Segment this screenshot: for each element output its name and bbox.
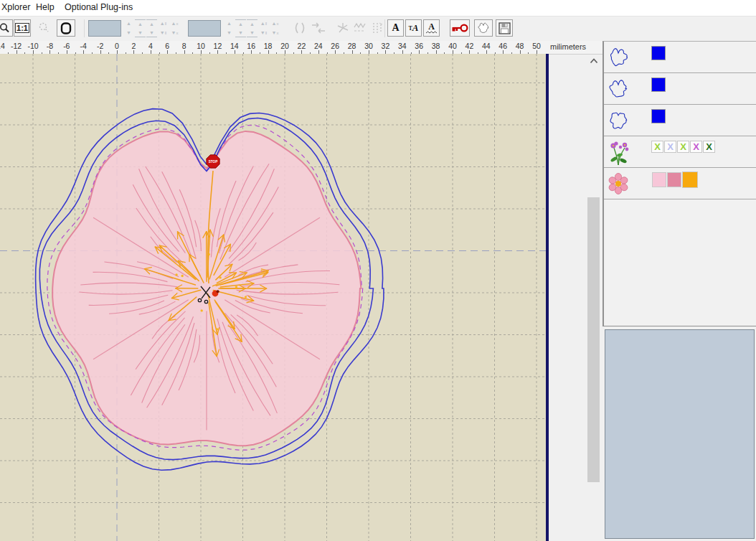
- merge-arrows-button-disabled[interactable]: [310, 19, 327, 37]
- move-down-arrow-icon[interactable]: ▼: [135, 29, 146, 37]
- skipped-color-swatch[interactable]: X: [690, 141, 702, 153]
- thread-color-swatch[interactable]: [651, 109, 666, 123]
- object-row-outline-2[interactable]: [604, 73, 756, 105]
- ruler-number: 2: [131, 42, 136, 50]
- ruler-number: 48: [516, 42, 524, 50]
- burst-tool-button-disabled[interactable]: [334, 19, 351, 37]
- zoom-1to1-button[interactable]: 1:1: [14, 19, 31, 37]
- stop-label: STOP: [209, 160, 217, 164]
- wave-underline-icon: [426, 31, 437, 34]
- text-envelope-button[interactable]: A: [423, 19, 440, 37]
- zigzag-tool-button-disabled[interactable]: [351, 19, 369, 37]
- preview-pane: [605, 329, 755, 539]
- move-up-arrow-icon[interactable]: ▲x: [270, 19, 280, 28]
- ruler-number: 44: [482, 42, 491, 50]
- ruler-number: 14: [230, 42, 239, 50]
- skipped-color-swatch[interactable]: X: [703, 141, 715, 153]
- text-transform-button[interactable]: TA: [405, 19, 422, 37]
- ruler-unit-label: milimeters: [550, 42, 586, 51]
- move-up-arrow-icon[interactable]: ▲‖: [158, 19, 169, 28]
- density-tool-button-disabled[interactable]: [369, 19, 386, 37]
- outline-thumbnail-icon: [608, 44, 629, 70]
- dotted-columns-icon: [370, 22, 384, 34]
- ruler-number: 50: [532, 42, 541, 50]
- save-button[interactable]: [496, 19, 513, 37]
- bouquet-thumbnail-icon: [608, 139, 630, 168]
- move-down-arrow-icon[interactable]: ▼: [224, 29, 235, 37]
- ruler-number: -4: [80, 42, 87, 50]
- ruler-number: 0: [115, 42, 119, 50]
- move-up-arrow-icon[interactable]: ▲: [123, 19, 134, 28]
- zoom-button[interactable]: [0, 19, 13, 37]
- join-curves-button-disabled[interactable]: [291, 19, 308, 37]
- move-up-arrow-icon[interactable]: ▲: [224, 19, 235, 28]
- ruler-number: 32: [382, 42, 390, 50]
- menu-optional-plugins[interactable]: Optional Plug-ins: [65, 2, 133, 12]
- move-down-arrow-icon[interactable]: ▼x: [270, 29, 280, 37]
- shape-outline-button[interactable]: [474, 19, 493, 37]
- ruler-number: -10: [27, 42, 38, 50]
- move-down-arrow-icon[interactable]: ▼: [235, 29, 246, 37]
- application-window: Xplorer Help Optional Plug-ins 1:1: [0, 0, 756, 541]
- menu-help[interactable]: Help: [36, 2, 55, 12]
- hoop-button[interactable]: [57, 19, 75, 37]
- object-row-bouquet[interactable]: X X X X X: [604, 136, 756, 168]
- order-arrows-group-1: ▲▼▲▼▲▼▲‖▼‖▲x▼x: [123, 19, 181, 38]
- ruler-number: -6: [63, 42, 70, 50]
- text-tool-button[interactable]: A: [387, 19, 404, 37]
- thread-color-swatch[interactable]: [651, 46, 666, 60]
- ruler-number: 20: [280, 42, 289, 50]
- outline-thumbnail-icon: [608, 108, 629, 133]
- ruler-number: 16: [247, 42, 255, 50]
- ruler-number: 6: [165, 42, 169, 50]
- design-canvas[interactable]: STOP: [0, 54, 546, 541]
- skipped-color-swatch[interactable]: X: [651, 141, 663, 153]
- object-row-flower[interactable]: [604, 168, 756, 199]
- menu-xplorer[interactable]: Xplorer: [1, 2, 30, 12]
- scroll-up-button[interactable]: [587, 55, 600, 67]
- object-row-outline-3[interactable]: [604, 105, 756, 136]
- zigzag-icon: [353, 22, 367, 34]
- letter-a-icon: A: [392, 22, 399, 34]
- thread-color-swatch[interactable]: [652, 172, 666, 187]
- floppy-disk-icon: [499, 22, 511, 34]
- ruler-number: 8: [182, 42, 186, 50]
- move-up-arrow-icon[interactable]: ▲: [146, 19, 157, 28]
- move-down-arrow-icon[interactable]: ▼‖: [158, 29, 169, 37]
- thread-color-swatch[interactable]: [651, 77, 666, 92]
- move-up-arrow-icon[interactable]: ▲‖: [258, 19, 269, 28]
- thread-color-swatch[interactable]: [667, 172, 681, 187]
- toolbar-separator: [84, 19, 85, 37]
- move-down-arrow-icon[interactable]: ▼x: [169, 29, 180, 37]
- embroidery-design: STOP: [0, 54, 546, 541]
- ruler-number: 12: [214, 42, 222, 50]
- skipped-color-swatch[interactable]: X: [664, 141, 676, 153]
- opposing-arrows-icon: [311, 22, 326, 34]
- toolbar-separator: [384, 19, 385, 37]
- letter-a-wavy-icon: A: [428, 23, 435, 31]
- ruler-number: -12: [11, 42, 22, 50]
- ruler-number: -14: [0, 42, 5, 50]
- skipped-color-swatch[interactable]: X: [677, 141, 689, 153]
- move-down-arrow-icon[interactable]: ▼: [123, 29, 134, 37]
- move-up-arrow-icon[interactable]: ▲x: [169, 19, 180, 28]
- facing-arcs-icon: [293, 22, 307, 34]
- parameter-field-1[interactable]: [88, 20, 121, 37]
- password-lock-button[interactable]: [450, 19, 470, 37]
- move-down-arrow-icon[interactable]: ▼‖: [258, 29, 269, 37]
- parameter-field-2[interactable]: [188, 20, 221, 37]
- zoom-select-button-disabled[interactable]: [34, 19, 53, 37]
- ruler-number: 34: [398, 42, 407, 50]
- italic-a-icon: A: [412, 22, 419, 34]
- object-row-outline-1[interactable]: [604, 42, 756, 73]
- move-up-arrow-icon[interactable]: ▲: [235, 19, 246, 28]
- move-up-arrow-icon[interactable]: ▲: [247, 19, 257, 28]
- vertical-scrollbar-thumb[interactable]: [587, 197, 600, 482]
- thread-color-swatch[interactable]: [682, 171, 698, 188]
- move-up-arrow-icon[interactable]: ▲: [135, 19, 146, 28]
- move-down-arrow-icon[interactable]: ▼: [247, 29, 257, 37]
- dotted-magnifier-icon: [37, 22, 50, 34]
- red-key-icon: [451, 22, 468, 34]
- toolbar: 1:1 ▲▼▲▼▲▼▲‖▼‖▲x▼x ▲▼▲▼▲▼▲‖▼‖▲x▼x: [0, 17, 756, 41]
- move-down-arrow-icon[interactable]: ▼: [146, 29, 157, 37]
